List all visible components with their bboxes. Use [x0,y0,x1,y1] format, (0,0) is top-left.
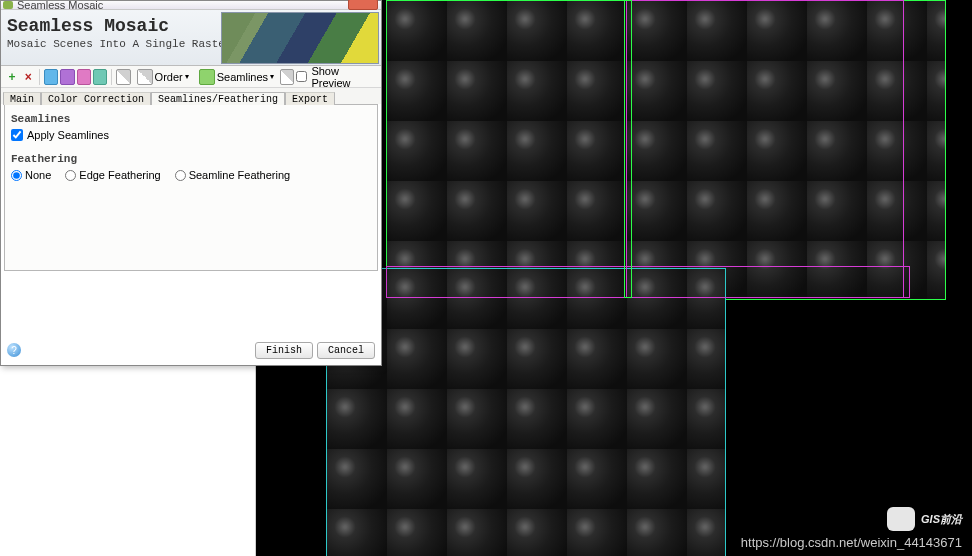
wechat-icon [887,507,915,531]
radio-seamline-row[interactable]: Seamline Feathering [175,169,291,181]
toolbar-separator [111,69,112,85]
chevron-down-icon: ▾ [270,72,274,81]
seamlines-dropdown[interactable]: Seamlines ▾ [195,69,278,85]
tab-bar: Main Color Correction Seamlines/Featheri… [1,88,381,104]
show-preview-checkbox[interactable] [296,71,307,82]
help-icon[interactable]: ? [7,343,21,357]
order-label: Order [155,71,183,83]
radio-edge-row[interactable]: Edge Feathering [65,169,160,181]
apply-seamlines-checkbox[interactable] [11,129,23,141]
banner: Seamless Mosaic Mosaic Scenes Into A Sin… [1,10,381,66]
tab-main[interactable]: Main [3,92,41,105]
tab-export[interactable]: Export [285,92,335,105]
apply-seamlines-row[interactable]: Apply Seamlines [11,129,371,141]
select-inverse-icon[interactable] [60,69,74,85]
select-intersect-icon[interactable] [93,69,107,85]
order-icon [137,69,153,85]
close-icon[interactable] [348,0,378,10]
remove-icon[interactable]: × [21,69,35,85]
copy-icon[interactable] [116,69,130,85]
watermark-text: GIS前沿 [921,512,962,527]
radio-none[interactable] [11,170,22,181]
show-preview-label: Show Preview [311,65,371,89]
radio-none-row[interactable]: None [11,169,51,181]
watermark: GIS前沿 https://blog.csdn.net/weixin_44143… [741,507,962,550]
dialog-footer: ? Finish Cancel [1,339,381,361]
seamlines-label: Seamlines [217,71,268,83]
watermark-url: https://blog.csdn.net/weixin_44143671 [741,535,962,550]
tab-color-correction[interactable]: Color Correction [41,92,151,105]
toolbar: + × Order ▾ Seamlines ▾ Show Preview [1,66,381,88]
left-blank-panel [0,366,256,556]
misc-tool-icon[interactable] [280,69,294,85]
seamlines-icon [199,69,215,85]
radio-edge-label: Edge Feathering [79,169,160,181]
toolbar-separator [39,69,40,85]
feathering-radio-group: None Edge Feathering Seamline Feathering [11,169,371,181]
seamless-mosaic-dialog: Seamless Mosaic Seamless Mosaic Mosaic S… [0,0,382,366]
add-icon[interactable]: + [5,69,19,85]
seamlines-group-label: Seamlines [11,113,371,125]
select-all-icon[interactable] [44,69,58,85]
order-dropdown[interactable]: Order ▾ [133,69,193,85]
radio-seamline-label: Seamline Feathering [189,169,291,181]
app-icon [3,1,13,9]
banner-thumbnail [221,12,379,64]
select-union-icon[interactable] [77,69,91,85]
apply-seamlines-label: Apply Seamlines [27,129,109,141]
chevron-down-icon: ▾ [185,72,189,81]
titlebar[interactable]: Seamless Mosaic [1,1,381,10]
cancel-button[interactable]: Cancel [317,342,375,359]
show-preview-toggle[interactable]: Show Preview [296,65,371,89]
radio-seamline[interactable] [175,170,186,181]
scene-2 [326,268,726,556]
radio-none-label: None [25,169,51,181]
tab-seamlines-feathering[interactable]: Seamlines/Feathering [151,92,285,105]
scene-1 [386,0,946,300]
radio-edge[interactable] [65,170,76,181]
seamlines-feathering-panel: Seamlines Apply Seamlines Feathering Non… [4,104,378,271]
finish-button[interactable]: Finish [255,342,313,359]
feathering-group-label: Feathering [11,153,371,165]
